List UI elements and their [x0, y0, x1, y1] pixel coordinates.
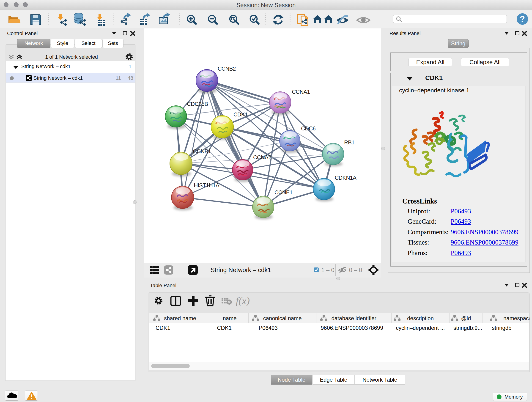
svg-text:String Network – cdk1: String Network – cdk1: [210, 267, 271, 274]
svg-text:CCNB1: CCNB1: [193, 148, 211, 154]
svg-text:CCNB2: CCNB2: [218, 65, 236, 72]
svg-text:f(x): f(x): [236, 295, 250, 306]
svg-text:CCNA2: CCNA2: [253, 154, 271, 160]
svg-text:CDK1: CDK1: [234, 111, 248, 118]
svg-text:CDC25B: CDC25B: [187, 101, 208, 107]
svg-text:0 – 0: 0 – 0: [349, 267, 362, 274]
svg-text:?: ?: [520, 14, 525, 24]
svg-text:CCNA1: CCNA1: [292, 89, 310, 95]
svg-text:1 – 0: 1 – 0: [321, 267, 335, 274]
svg-text:RB1: RB1: [344, 139, 355, 146]
svg-text:CDC6: CDC6: [301, 125, 316, 132]
svg-text:CDKN1A: CDKN1A: [335, 175, 356, 181]
svg-text:HIST1H1A: HIST1H1A: [194, 182, 219, 188]
svg-text:CCNE1: CCNE1: [274, 189, 293, 196]
